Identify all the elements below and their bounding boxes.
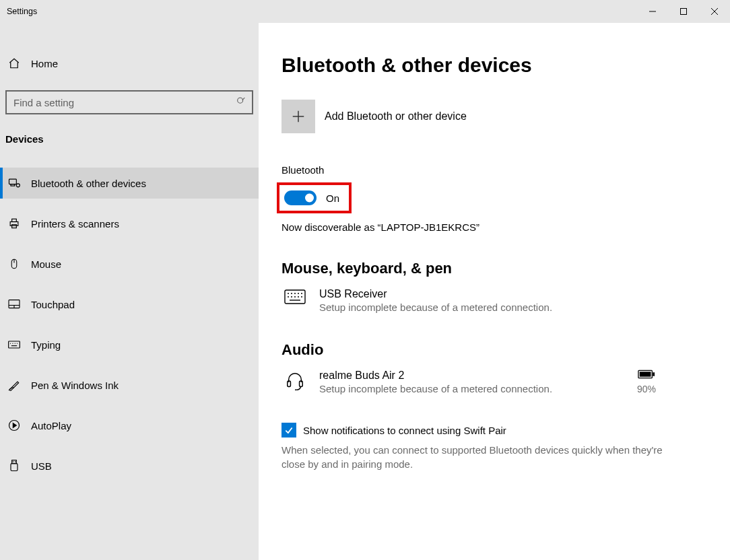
play-icon [7, 419, 22, 432]
svg-rect-6 [9, 179, 17, 184]
sidebar-item-label: Printers & scanners [31, 218, 119, 230]
svg-rect-46 [653, 372, 655, 376]
svg-rect-7 [11, 184, 15, 186]
svg-rect-10 [12, 219, 17, 221]
bluetooth-label: Bluetooth [281, 164, 730, 176]
svg-rect-11 [12, 225, 17, 228]
svg-rect-1 [681, 9, 687, 15]
titlebar: Settings [0, 0, 730, 23]
device-realme-buds[interactable]: realme Buds Air 2 Setup incomplete becau… [281, 370, 730, 394]
main-panel: Bluetooth & other devices Add Bluetooth … [259, 23, 730, 560]
usb-icon [7, 459, 22, 473]
svg-rect-47 [640, 372, 651, 376]
device-name: USB Receiver [319, 288, 552, 300]
bluetooth-state: On [326, 193, 339, 204]
sidebar-item-bluetooth[interactable]: Bluetooth & other devices [0, 168, 259, 199]
pen-icon [7, 378, 22, 392]
sidebar-item-typing[interactable]: Typing [0, 329, 259, 360]
maximize-button[interactable] [668, 0, 699, 23]
sidebar-item-autoplay[interactable]: AutoPlay [0, 410, 259, 441]
sidebar-item-pen[interactable]: Pen & Windows Ink [0, 370, 259, 400]
audio-title: Audio [281, 341, 730, 359]
home-nav[interactable]: Home [0, 50, 259, 77]
device-status: Setup incomplete because of a metered co… [319, 383, 552, 394]
toggle-thumb [305, 194, 314, 203]
svg-rect-25 [12, 460, 17, 464]
sidebar-item-printers[interactable]: Printers & scanners [0, 208, 259, 239]
device-name: realme Buds Air 2 [319, 370, 552, 382]
headset-icon [281, 370, 308, 391]
bluetooth-toggle-highlight: On [277, 182, 352, 213]
sidebar-item-mouse[interactable]: Mouse [0, 248, 259, 279]
sidebar-item-label: Touchpad [31, 299, 75, 310]
battery-percent: 90% [637, 384, 656, 394]
bluetooth-toggle[interactable] [284, 190, 317, 205]
add-device-label: Add Bluetooth or other device [325, 110, 467, 123]
svg-marker-24 [13, 423, 16, 428]
mouse-icon [7, 258, 22, 270]
bluetooth-devices-icon [7, 176, 22, 190]
search-icon [236, 96, 246, 109]
close-button[interactable] [699, 0, 730, 23]
touchpad-icon [7, 299, 22, 310]
mouse-keyboard-pen-title: Mouse, keyboard, & pen [281, 260, 730, 277]
search-input[interactable] [5, 90, 253, 114]
swift-pair-label: Show notifications to connect using Swif… [303, 425, 506, 436]
sidebar-item-usb[interactable]: USB [0, 450, 259, 481]
swift-pair-checkbox[interactable] [281, 423, 296, 438]
device-usb-receiver[interactable]: USB Receiver Setup incomplete because of… [281, 288, 730, 313]
printer-icon [7, 217, 22, 230]
battery-icon [638, 370, 655, 381]
search-box[interactable] [5, 90, 253, 114]
window-title: Settings [0, 7, 637, 16]
plus-icon [281, 100, 315, 133]
sidebar: Home Devices Bluetooth & other devices P… [0, 23, 259, 560]
swift-pair-help: When selected, you can connect to suppor… [281, 443, 672, 471]
svg-rect-17 [9, 341, 20, 348]
discoverable-text: Now discoverable as “LAPTOP-JB1EKRCS” [281, 221, 730, 233]
home-label: Home [31, 58, 58, 69]
sidebar-item-touchpad[interactable]: Touchpad [0, 289, 259, 320]
sidebar-section-header: Devices [0, 133, 259, 145]
sidebar-item-label: Bluetooth & other devices [31, 178, 146, 189]
device-status: Setup incomplete because of a metered co… [319, 302, 552, 313]
sidebar-item-label: Typing [31, 339, 61, 351]
keyboard-icon [7, 339, 22, 350]
svg-point-4 [238, 98, 243, 103]
keyboard-device-icon [281, 288, 308, 304]
add-device-button[interactable]: Add Bluetooth or other device [281, 100, 730, 133]
svg-rect-26 [11, 464, 18, 471]
sidebar-item-label: AutoPlay [31, 420, 71, 431]
svg-rect-9 [10, 222, 18, 226]
sidebar-item-label: Mouse [31, 258, 61, 270]
sidebar-item-label: USB [31, 460, 52, 472]
page-title: Bluetooth & other devices [281, 54, 730, 77]
home-icon [7, 57, 22, 69]
svg-point-8 [16, 184, 20, 187]
minimize-button[interactable] [637, 0, 668, 23]
sidebar-item-label: Pen & Windows Ink [31, 380, 119, 391]
